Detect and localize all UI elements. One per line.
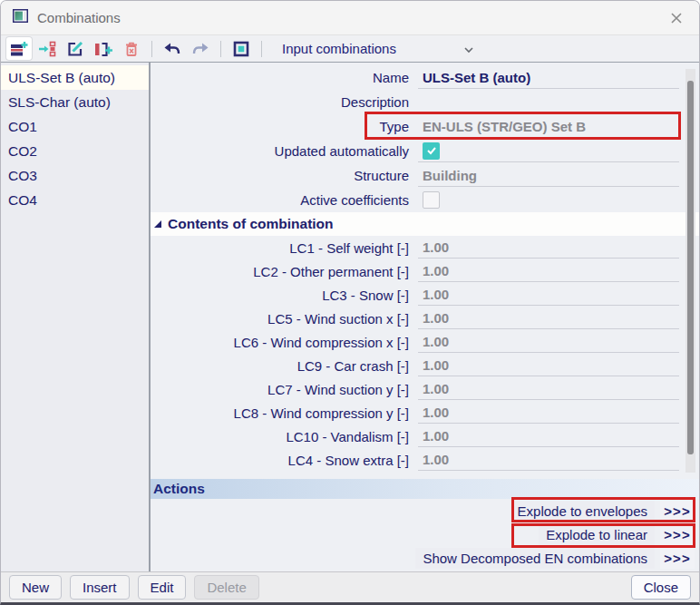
window-title: Combinations	[37, 10, 121, 25]
coefficient-field[interactable]: 1.00	[418, 260, 679, 282]
toolbar-separator	[151, 41, 152, 57]
type-field[interactable]: EN-ULS (STR/GEO) Set B	[418, 116, 679, 138]
type-label: Type	[151, 119, 418, 134]
coefficient-field[interactable]: 1.00	[418, 237, 679, 259]
collapse-triangle-icon[interactable]	[154, 220, 161, 228]
manager-box-button[interactable]	[228, 37, 254, 60]
move-combination-button[interactable]	[34, 37, 60, 60]
delete-button: Delete	[194, 575, 258, 600]
new-combination-button[interactable]	[6, 37, 32, 60]
delete-combination-button[interactable]	[119, 37, 144, 60]
property-row-description: Description	[151, 90, 699, 114]
close-icon[interactable]	[666, 7, 687, 29]
list-item-co3[interactable]: CO3	[1, 163, 149, 188]
dialog-body: ULS-Set B (auto) SLS-Char (auto) CO1 CO2…	[1, 63, 699, 571]
action-row-explode-to-envelopes[interactable]: Explode to envelopes >>>	[151, 499, 699, 522]
coefficient-field[interactable]: 1.00	[418, 307, 679, 329]
property-row-type: Type EN-ULS (STR/GEO) Set B	[151, 114, 699, 139]
combinations-dialog: Combinations	[0, 0, 700, 605]
show-decomposed-link[interactable]: Show Decomposed EN combinations	[415, 548, 655, 569]
window-icon	[13, 9, 28, 26]
name-field[interactable]: ULS-Set B (auto)	[418, 67, 679, 89]
combination-list: ULS-Set B (auto) SLS-Char (auto) CO1 CO2…	[1, 63, 151, 571]
coefficient-row: LC6 - Wind compression x [-] 1.00	[151, 330, 699, 354]
edit-combination-icon	[66, 40, 84, 58]
loadcase-label: LC8 - Wind compression y [-]	[151, 405, 418, 421]
chevrons-icon[interactable]: >>>	[660, 524, 695, 545]
dropdown-value: Input combinations	[282, 41, 396, 56]
loadcase-label: LC6 - Wind compression x [-]	[151, 335, 418, 350]
coefficient-field[interactable]: 1.00	[418, 378, 679, 400]
property-row-structure: Structure Building	[151, 163, 699, 188]
close-button[interactable]: Close	[631, 575, 691, 600]
undo-icon	[162, 41, 182, 57]
coefficient-row: LC3 - Snow [-] 1.00	[151, 283, 699, 307]
explode-to-envelopes-link[interactable]: Explode to envelopes	[510, 501, 655, 522]
updated-automatically-checkbox[interactable]	[423, 142, 440, 160]
list-item-co2[interactable]: CO2	[1, 139, 149, 163]
action-row-show-decomposed[interactable]: Show Decomposed EN combinations >>>	[151, 546, 699, 570]
coefficient-row: LC1 - Self weight [-] 1.00	[151, 236, 699, 259]
coefficient-field[interactable]: 1.00	[418, 402, 679, 424]
coefficient-field[interactable]: 1.00	[418, 284, 679, 306]
loadcase-label: LC3 - Snow [-]	[151, 288, 418, 303]
manager-box-icon	[232, 40, 250, 58]
property-row-name: Name ULS-Set B (auto)	[151, 65, 699, 90]
updated-automatically-label: Updated automatically	[151, 143, 418, 159]
coefficient-field[interactable]: 1.00	[418, 449, 679, 471]
redo-icon	[190, 41, 210, 57]
loadcase-label: LC2 - Other permanent [-]	[151, 264, 418, 279]
coefficient-field[interactable]: 1.00	[418, 355, 679, 376]
structure-field[interactable]: Building	[418, 165, 679, 187]
property-row-updated-automatically: Updated automatically	[151, 139, 699, 163]
chevrons-icon[interactable]: >>>	[660, 501, 695, 522]
actions-header-label: Actions	[153, 481, 205, 497]
list-item-co1[interactable]: CO1	[1, 114, 149, 139]
contents-of-combination-header[interactable]: Contents of combination	[151, 212, 699, 236]
contents-header-label: Contents of combination	[168, 216, 334, 232]
move-combination-icon	[37, 40, 57, 58]
spacer	[151, 472, 699, 479]
coefficient-row: LC7 - Wind suction y [-] 1.00	[151, 377, 699, 401]
name-label: Name	[151, 70, 418, 85]
loadcase-label: LC7 - Wind suction y [-]	[151, 382, 418, 397]
explode-to-linear-link[interactable]: Explode to linear	[539, 524, 655, 545]
coefficient-row: LC8 - Wind compression y [-] 1.00	[151, 401, 699, 424]
action-row-explode-to-linear[interactable]: Explode to linear >>>	[151, 522, 699, 546]
list-item-uls-set-b[interactable]: ULS-Set B (auto)	[1, 65, 149, 90]
undo-button[interactable]	[160, 37, 185, 60]
active-coefficients-checkbox[interactable]	[423, 191, 440, 209]
description-field[interactable]	[418, 92, 679, 113]
active-coefficients-label: Active coefficients	[151, 192, 418, 208]
coefficient-field[interactable]: 1.00	[418, 331, 679, 353]
vertical-scrollbar[interactable]	[685, 69, 695, 473]
chevrons-icon[interactable]: >>>	[660, 548, 695, 569]
coefficient-row: LC9 - Car crash [-] 1.00	[151, 354, 699, 377]
description-label: Description	[151, 94, 418, 110]
list-item-co4[interactable]: CO4	[1, 188, 149, 212]
loadcase-label: LC1 - Self weight [-]	[151, 240, 418, 256]
checkmark-icon	[426, 146, 437, 155]
loadcase-label: LC5 - Wind suction x [-]	[151, 311, 418, 327]
insert-combination-icon	[93, 40, 113, 58]
new-button[interactable]: New	[9, 575, 62, 600]
toolbar-separator	[220, 41, 221, 57]
insert-combination-button[interactable]	[91, 37, 116, 60]
coefficient-row: LC10 - Vandalism [-] 1.00	[151, 424, 699, 448]
toolbar-separator	[261, 41, 262, 57]
coefficient-row: LC5 - Wind suction x [-] 1.00	[151, 307, 699, 330]
loadcase-label: LC10 - Vandalism [-]	[151, 429, 418, 444]
insert-button[interactable]: Insert	[70, 575, 130, 600]
redo-button[interactable]	[188, 37, 213, 60]
edit-combination-button[interactable]	[63, 37, 88, 60]
delete-combination-icon	[122, 40, 141, 58]
edit-button[interactable]: Edit	[138, 575, 187, 600]
combination-type-dropdown[interactable]: Input combinations	[277, 41, 480, 56]
scrollbar-thumb[interactable]	[687, 81, 694, 454]
updated-automatically-fieldline	[418, 141, 679, 162]
list-item-sls-char[interactable]: SLS-Char (auto)	[1, 90, 149, 114]
actions-header: Actions	[151, 479, 699, 499]
loadcase-label: LC9 - Car crash [-]	[151, 358, 418, 374]
coefficient-row: LC2 - Other permanent [-] 1.00	[151, 259, 699, 283]
coefficient-field[interactable]: 1.00	[418, 425, 679, 447]
